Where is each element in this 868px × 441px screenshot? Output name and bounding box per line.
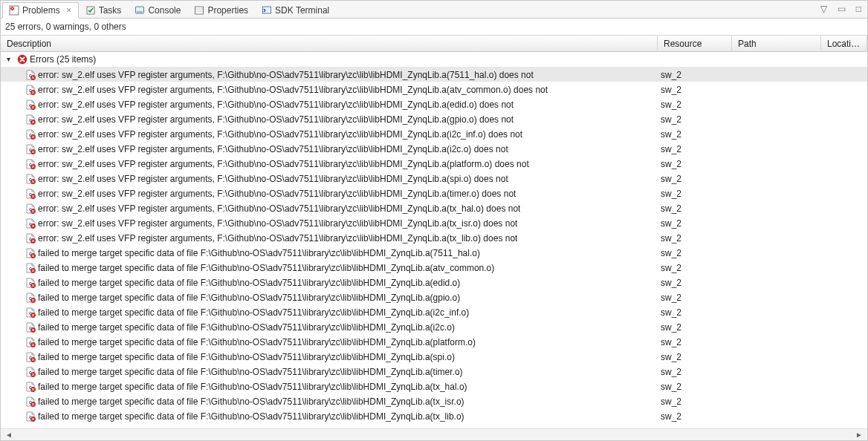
tab-console[interactable]: Console bbox=[128, 2, 187, 19]
problem-row[interactable]: c failed to merge target specific data o… bbox=[1, 319, 867, 334]
problem-text: error: sw_2.elf uses VFP register argume… bbox=[38, 142, 508, 157]
minimize-button[interactable]: ▭ bbox=[835, 2, 849, 16]
error-badge-icon bbox=[15, 54, 30, 65]
horizontal-scrollbar[interactable]: ◄ ► bbox=[1, 428, 867, 440]
problem-row[interactable]: c error: sw_2.elf uses VFP register argu… bbox=[1, 82, 867, 97]
console-icon bbox=[135, 5, 145, 16]
c-error-file-icon: c bbox=[23, 382, 38, 392]
problem-text: error: sw_2.elf uses VFP register argume… bbox=[38, 127, 522, 142]
svg-rect-4 bbox=[195, 7, 204, 14]
column-header-location[interactable]: Location bbox=[821, 36, 867, 52]
resource-cell: sw_2 bbox=[658, 68, 732, 82]
problem-row[interactable]: c error: sw_2.elf uses VFP register argu… bbox=[1, 111, 867, 126]
sdk-terminal-icon bbox=[262, 5, 272, 16]
c-error-file-icon: c bbox=[23, 159, 38, 169]
column-header-resource[interactable]: Resource bbox=[658, 36, 732, 52]
c-error-file-icon: c bbox=[23, 114, 38, 125]
problem-row[interactable]: c failed to merge target specific data o… bbox=[1, 245, 867, 260]
problem-text: error: sw_2.elf uses VFP register argume… bbox=[38, 97, 514, 112]
resource-cell: sw_2 bbox=[658, 246, 732, 261]
column-header-description[interactable]: Description bbox=[1, 36, 658, 52]
expand-twisty-icon[interactable]: ▾ bbox=[7, 52, 15, 67]
group-label: Errors (25 items) bbox=[30, 52, 96, 67]
table-header: Description Resource Path Location bbox=[1, 36, 867, 52]
tab-tasks[interactable]: Tasks bbox=[79, 2, 129, 19]
resource-cell: sw_2 bbox=[658, 320, 732, 335]
maximize-button[interactable]: □ bbox=[853, 2, 864, 16]
problem-text: error: sw_2.elf uses VFP register argume… bbox=[38, 82, 548, 97]
problem-row[interactable]: c failed to merge target specific data o… bbox=[1, 393, 867, 408]
c-error-file-icon: c bbox=[23, 174, 38, 184]
resource-cell: sw_2 bbox=[658, 290, 732, 305]
c-error-file-icon: c bbox=[23, 337, 38, 347]
problem-row[interactable]: c failed to merge target specific data o… bbox=[1, 364, 867, 379]
tab-properties[interactable]: Properties bbox=[187, 2, 255, 19]
problem-text: error: sw_2.elf uses VFP register argume… bbox=[38, 157, 529, 172]
problems-view-panel: Problems✕TasksConsolePropertiesSDK Termi… bbox=[0, 0, 868, 441]
c-error-file-icon: c bbox=[23, 218, 38, 229]
resource-cell: sw_2 bbox=[658, 216, 732, 231]
problem-row[interactable]: c failed to merge target specific data o… bbox=[1, 260, 867, 275]
resource-cell: sw_2 bbox=[658, 97, 732, 112]
c-error-file-icon: c bbox=[23, 70, 38, 80]
problem-row[interactable]: c failed to merge target specific data o… bbox=[1, 275, 867, 290]
problem-row[interactable]: c error: sw_2.elf uses VFP register argu… bbox=[1, 200, 867, 215]
problem-row[interactable]: c error: sw_2.elf uses VFP register argu… bbox=[1, 215, 867, 230]
resource-cell: sw_2 bbox=[658, 394, 732, 409]
problem-row[interactable]: c error: sw_2.elf uses VFP register argu… bbox=[1, 67, 867, 82]
problem-row[interactable]: c error: sw_2.elf uses VFP register argu… bbox=[1, 171, 867, 186]
c-error-file-icon: c bbox=[23, 293, 38, 303]
c-error-file-icon: c bbox=[23, 189, 38, 199]
problem-text: failed to merge target specific data of … bbox=[38, 320, 455, 335]
c-error-file-icon: c bbox=[23, 233, 38, 244]
table-body: ▾ Errors (25 items) c error: sw_2.elf us… bbox=[1, 52, 867, 428]
resource-cell: sw_2 bbox=[658, 305, 732, 320]
tab-label: Console bbox=[148, 5, 181, 16]
problem-text: failed to merge target specific data of … bbox=[38, 335, 476, 350]
problem-row[interactable]: c error: sw_2.elf uses VFP register argu… bbox=[1, 126, 867, 141]
problem-row[interactable]: c error: sw_2.elf uses VFP register argu… bbox=[1, 230, 867, 245]
problem-row[interactable]: c error: sw_2.elf uses VFP register argu… bbox=[1, 156, 867, 171]
view-menu-button[interactable]: ▽ bbox=[817, 2, 830, 16]
problem-text: failed to merge target specific data of … bbox=[38, 246, 480, 261]
close-icon[interactable]: ✕ bbox=[66, 7, 72, 14]
problem-text: failed to merge target specific data of … bbox=[38, 275, 460, 290]
scroll-right-arrow-icon[interactable]: ► bbox=[852, 431, 866, 439]
resource-cell: sw_2 bbox=[658, 275, 732, 290]
problem-text: error: sw_2.elf uses VFP register argume… bbox=[38, 231, 517, 246]
problem-row[interactable]: c failed to merge target specific data o… bbox=[1, 408, 867, 423]
problem-row[interactable]: c error: sw_2.elf uses VFP register argu… bbox=[1, 141, 867, 156]
error-group-row[interactable]: ▾ Errors (25 items) bbox=[1, 52, 867, 67]
problem-row[interactable]: c error: sw_2.elf uses VFP register argu… bbox=[1, 97, 867, 111]
problem-text: failed to merge target specific data of … bbox=[38, 365, 463, 379]
problem-text: error: sw_2.elf uses VFP register argume… bbox=[38, 186, 516, 201]
problem-text: error: sw_2.elf uses VFP register argume… bbox=[38, 172, 508, 186]
scroll-left-arrow-icon[interactable]: ◄ bbox=[2, 431, 16, 439]
tab-label: Properties bbox=[207, 5, 248, 16]
problem-row[interactable]: c failed to merge target specific data o… bbox=[1, 379, 867, 393]
tab-label: Problems bbox=[22, 5, 60, 16]
c-error-file-icon: c bbox=[23, 307, 38, 318]
c-error-file-icon: c bbox=[23, 352, 38, 362]
tab-problems[interactable]: Problems✕ bbox=[2, 2, 79, 19]
view-tabbar: Problems✕TasksConsolePropertiesSDK Termi… bbox=[1, 1, 867, 19]
problem-row[interactable]: c failed to merge target specific data o… bbox=[1, 334, 867, 349]
problem-text: failed to merge target specific data of … bbox=[38, 261, 494, 275]
tasks-icon bbox=[85, 5, 96, 16]
svg-rect-3 bbox=[136, 7, 144, 13]
problem-row[interactable]: c failed to merge target specific data o… bbox=[1, 304, 867, 319]
problem-text: error: sw_2.elf uses VFP register argume… bbox=[38, 68, 534, 82]
resource-cell: sw_2 bbox=[658, 157, 732, 172]
c-error-file-icon: c bbox=[23, 99, 38, 110]
column-header-path[interactable]: Path bbox=[732, 36, 821, 52]
c-error-file-icon: c bbox=[23, 263, 38, 273]
tab-sdk-terminal[interactable]: SDK Terminal bbox=[255, 2, 336, 19]
problems-table: Description Resource Path Location ▾ Err… bbox=[1, 35, 867, 440]
problem-text: failed to merge target specific data of … bbox=[38, 305, 469, 320]
c-error-file-icon: c bbox=[23, 203, 38, 214]
problem-row[interactable]: c failed to merge target specific data o… bbox=[1, 290, 867, 304]
c-error-file-icon: c bbox=[23, 396, 38, 407]
c-error-file-icon: c bbox=[23, 248, 38, 258]
problem-row[interactable]: c error: sw_2.elf uses VFP register argu… bbox=[1, 186, 867, 200]
problem-row[interactable]: c failed to merge target specific data o… bbox=[1, 349, 867, 364]
